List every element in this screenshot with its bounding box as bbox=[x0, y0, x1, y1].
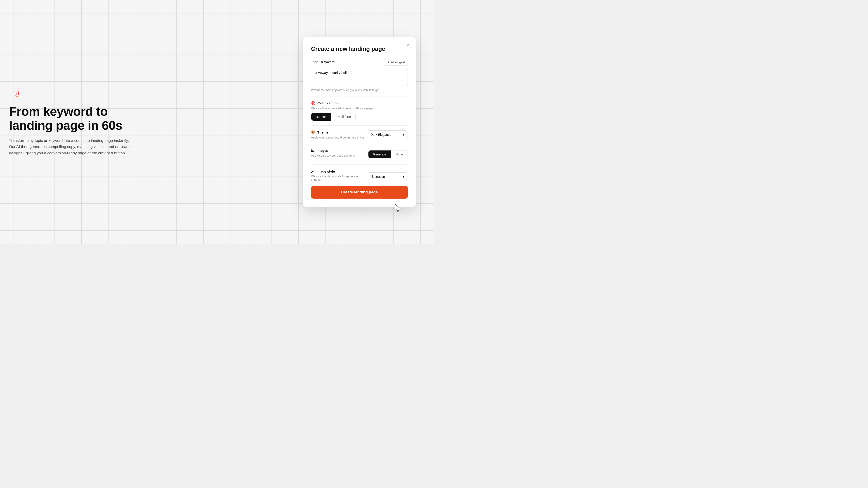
images-generate-option[interactable]: Generate bbox=[368, 151, 391, 158]
cta-toggle-group: Buttons Email form bbox=[311, 113, 355, 121]
theme-label: Theme bbox=[317, 130, 328, 134]
image-style-dropdown[interactable]: Illustration ▾ bbox=[367, 172, 408, 181]
topic-section: Topic Keyword ✦ AI suggest driveway secu… bbox=[311, 59, 408, 92]
cta-desc: Choose how visitors will interact with y… bbox=[311, 107, 408, 110]
image-style-icon: 🖌 bbox=[311, 169, 315, 173]
images-toggle-group: Generate None bbox=[368, 150, 408, 158]
hero-title: From keyword to landing page in 60s bbox=[9, 104, 145, 132]
ai-suggest-label: AI suggest bbox=[391, 61, 405, 64]
hero-section: From keyword to landing page in 60s Tran… bbox=[9, 88, 145, 156]
images-section: 🖼 Images Add visuals to your page sectio… bbox=[311, 149, 408, 160]
topic-label: Topic bbox=[311, 60, 318, 64]
theme-section: 🎨 Theme Apply your saved brand colors an… bbox=[311, 130, 408, 139]
image-style-label: Image style bbox=[316, 169, 335, 173]
cta-label: Call to action bbox=[317, 101, 339, 105]
images-icon: 🖼 bbox=[311, 149, 315, 153]
images-none-option[interactable]: None bbox=[391, 151, 408, 158]
create-landing-page-button[interactable]: Create landing page bbox=[311, 186, 408, 199]
theme-icon: 🎨 bbox=[311, 130, 315, 134]
ai-icon: ✦ bbox=[387, 60, 390, 64]
image-style-selected-value: Illustration bbox=[370, 175, 385, 178]
topic-value: Keyword bbox=[321, 60, 335, 64]
images-desc: Add visuals to your page sections bbox=[311, 154, 355, 157]
cta-section: 🎯 Call to action Choose how visitors wil… bbox=[311, 101, 408, 121]
theme-desc: Apply your saved brand colors and styles bbox=[311, 136, 365, 139]
topic-header-labels: Topic Keyword bbox=[311, 60, 335, 64]
svg-point-0 bbox=[10, 90, 19, 98]
topic-hint: Provide the main keyword or ad group you… bbox=[311, 89, 408, 92]
keyword-textarea[interactable]: driveway security bollards bbox=[311, 68, 408, 86]
theme-dropdown[interactable]: Dark Elegance ▾ bbox=[367, 130, 408, 139]
images-label: Images bbox=[316, 149, 328, 153]
image-style-section: 🖌 Image style Choose the visual style fo… bbox=[311, 169, 408, 184]
image-style-desc: Choose the visual style for generated im… bbox=[311, 175, 367, 182]
svg-point-1 bbox=[12, 91, 17, 96]
cta-email-form-option[interactable]: Email form bbox=[331, 113, 355, 121]
theme-selected-value: Dark Elegance bbox=[370, 133, 391, 136]
hero-subtitle: Transform any topic or keyword into a co… bbox=[9, 138, 131, 156]
modal-overlay: × Create a new landing page Topic Keywor… bbox=[303, 37, 416, 207]
cta-icon: 🎯 bbox=[311, 101, 315, 105]
modal-title: Create a new landing page bbox=[311, 45, 408, 53]
ai-suggest-button[interactable]: ✦ AI suggest bbox=[384, 59, 408, 66]
modal-close-button[interactable]: × bbox=[405, 42, 411, 48]
create-landing-page-modal: × Create a new landing page Topic Keywor… bbox=[303, 37, 416, 207]
divider-2 bbox=[311, 125, 408, 126]
theme-chevron-icon: ▾ bbox=[403, 133, 404, 136]
divider-4 bbox=[311, 164, 408, 165]
image-style-chevron-icon: ▾ bbox=[403, 175, 404, 178]
cta-buttons-option[interactable]: Buttons bbox=[311, 113, 331, 121]
spinner-icon bbox=[9, 88, 20, 99]
